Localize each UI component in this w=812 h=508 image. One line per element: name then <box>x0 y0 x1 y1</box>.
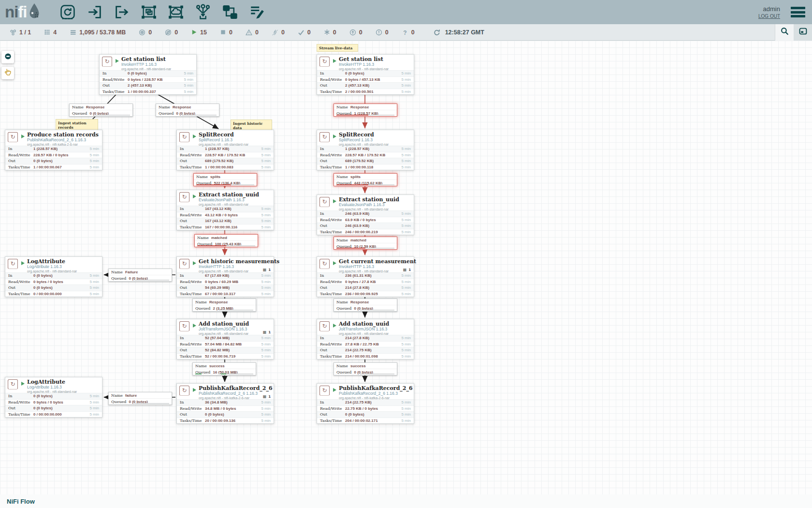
connection-name-value: success <box>350 364 366 368</box>
stat-value: 0 bytes / 60.29 MB <box>205 280 261 284</box>
stat-value: 228.57 KB / 0 bytes <box>33 153 89 157</box>
stat-row: Read/Write228.57 KB / 179.52 KB5 min <box>317 152 414 158</box>
stat-value: 167 (43.12 KB) <box>205 207 261 211</box>
processor-type: InvokeHTTP 1.16.3 <box>199 265 271 269</box>
processor[interactable]: ↻PublishKafkaRecord_2_6PublishKafkaRecor… <box>317 383 414 424</box>
stat-value: 1 / 00:00:00.337 <box>128 90 184 94</box>
processor[interactable]: ↻Get station listInvokeHTTP 1.16.3org.ap… <box>99 54 197 95</box>
connection-label[interactable]: NameResponseQueued1 (228.57 KB) <box>334 104 397 117</box>
operate-hand-button[interactable] <box>1 67 14 79</box>
processor-header: ↻Extract station_uuidEvaluateJsonPath 1.… <box>317 195 414 210</box>
toolbar-process-group-icon[interactable] <box>140 3 158 21</box>
flow-canvas[interactable]: NiFi Flow Ingest station recordsIngest h… <box>0 41 812 508</box>
app-header: ni fi admin LOG OUT <box>0 0 812 24</box>
stat-window: 5 min <box>261 207 271 211</box>
processor-header: ↻Get station listInvokeHTTP 1.16.3org.ap… <box>317 55 414 70</box>
processor-stats: In214 (22.75 KB)5 minRead/Write22.75 KB … <box>317 399 414 423</box>
stat-value: 20 / 00:00:09.136 <box>205 418 261 423</box>
connection-label[interactable]: NamefailureQueued0 (0 bytes) <box>108 392 172 405</box>
connection-label[interactable]: NameResponseQueued0 (0 bytes) <box>334 299 397 312</box>
connection-label[interactable]: NamesplitsQueued522 (136.4 KB) <box>193 173 257 186</box>
stat-window: 5 min <box>261 280 271 284</box>
processor[interactable]: ↻Produce station recordsPublishKafkaReco… <box>5 130 102 170</box>
processor-type-icon: ↻ <box>179 386 189 396</box>
processor[interactable]: ↻LogAttributeLogAttribute 1.16.3org.apac… <box>5 377 102 418</box>
breadcrumb[interactable]: NiFi Flow <box>7 498 35 505</box>
stat-label: In <box>8 394 33 398</box>
processor-type: InvokeHTTP 1.16.3 <box>121 62 171 67</box>
toolbar-label-icon[interactable] <box>248 3 266 21</box>
stat-window: 5 min <box>261 213 271 217</box>
logout-link[interactable]: LOG OUT <box>758 14 780 19</box>
stat-window: 5 min <box>261 285 271 290</box>
toolbar-processor-icon[interactable] <box>59 3 76 21</box>
connection-label[interactable]: NameResponseQueued0 (0 bytes) <box>69 104 133 117</box>
processor[interactable]: ↻Extract station_uuidEvaluateJsonPath 1.… <box>176 190 274 230</box>
processor-type-icon: ↻ <box>8 379 18 389</box>
processor-stats: In246 (63.9 KB)5 minRead/Write63.9 KB / … <box>317 210 414 235</box>
processor[interactable]: ↻Add station_uuidJoltTransformJSON 1.16.… <box>176 319 274 359</box>
stat-value: 214 (27.8 KB) <box>345 285 401 290</box>
stat-row: Out0 (0 bytes)5 min <box>5 405 102 411</box>
refresh-group[interactable]: 12:58:27 GMT <box>434 29 484 36</box>
active-thread-count-badge: ▦ 1 <box>263 268 271 272</box>
birdseye-toggle-button[interactable] <box>794 24 812 41</box>
toolbar-funnel-icon[interactable] <box>194 3 212 21</box>
toolbar-output-port-icon[interactable] <box>113 3 130 21</box>
search-button[interactable] <box>775 24 794 41</box>
connection-label[interactable]: NameFailureQueued0 (0 bytes) <box>108 269 172 282</box>
toolbar-remote-process-group-icon[interactable] <box>167 3 185 21</box>
stat-window: 5 min <box>401 165 411 169</box>
status-value: 0 <box>359 29 362 36</box>
connection-label[interactable]: NamematchedQueued10 (2.59 KB) <box>334 237 397 250</box>
stat-label: Out <box>320 348 345 352</box>
connection-label[interactable]: NamesuccessQueued0 (0 bytes) <box>334 362 397 375</box>
stat-value: 167 (43.12 KB) <box>205 219 261 223</box>
processor-name: Get historic measurements <box>199 259 271 264</box>
connection-queued-row: Queued10 (2.59 KB) <box>334 243 397 249</box>
stat-value: 0 bytes / 457.13 KB <box>345 77 401 82</box>
refresh-icon[interactable] <box>434 29 440 36</box>
connection-label[interactable]: NameResponseQueued2 (3.25 MB) <box>192 299 256 312</box>
processor-stats: In167 (43.12 KB)5 minRead/Write43.12 KB … <box>177 206 274 230</box>
status-disabled-components: 0 <box>272 29 285 36</box>
birdseye-icon <box>799 27 807 37</box>
stat-value: 0 bytes / 0 bytes <box>33 280 89 284</box>
toolbar-input-port-icon[interactable] <box>86 3 103 21</box>
navigate-palette-button[interactable] <box>1 51 14 63</box>
queue-percent-track <box>195 310 253 311</box>
processor[interactable]: ↻Get station listInvokeHTTP 1.16.3org.ap… <box>317 54 414 95</box>
processor[interactable]: ↻PublishKafkaRecord_2_6PublishKafkaRecor… <box>176 383 274 424</box>
stat-window: 5 min <box>401 218 411 222</box>
processor[interactable]: ↻Get current measurementInvokeHTTP 1.16.… <box>317 256 414 297</box>
stat-label: Out <box>180 412 205 417</box>
stat-window: 5 min <box>89 400 99 404</box>
stat-row: Tasks/Time0 / 00:00:00.0005 min <box>5 411 102 418</box>
processor[interactable]: ↻LogAttributeLogAttribute 1.16.3org.apac… <box>5 256 102 297</box>
processor[interactable]: ↻Get historic measurementsInvokeHTTP 1.1… <box>176 256 274 297</box>
status-value: 0 <box>174 29 178 36</box>
global-menu-button[interactable] <box>791 7 805 17</box>
grid-icon <box>44 29 50 35</box>
processor[interactable]: ↻SplitRecordSplitRecord 1.16.3org.apache… <box>317 130 414 170</box>
toolbar-template-icon[interactable] <box>221 3 239 21</box>
processor[interactable]: ↻Extract station_uuidEvaluateJsonPath 1.… <box>317 194 414 235</box>
stat-row: Tasks/Time20 / 00:00:09.1365 min <box>177 418 274 424</box>
processor-name: LogAttribute <box>27 259 77 264</box>
connection-label[interactable]: NamematchedQueued100 (25.43 KB) <box>194 234 258 247</box>
stat-label: Out <box>320 224 345 228</box>
processor[interactable]: ↻Add station_uuidJoltTransformJSON 1.16.… <box>317 319 414 359</box>
connection-name-key: Name <box>195 300 207 304</box>
running-status-icon <box>193 194 196 198</box>
connection-label[interactable]: NamesuccessQueued16 (50.03 MB) <box>192 362 256 375</box>
connection-label[interactable]: NameResponseQueued0 (0 bytes) <box>156 104 219 117</box>
stat-label: In <box>180 207 205 211</box>
stat-label: Read/Write <box>320 280 345 284</box>
processor[interactable]: ↻SplitRecordSplitRecord 1.16.3org.apache… <box>176 130 274 170</box>
stat-value: 246 (63.9 KB) <box>345 211 401 216</box>
stat-value: 0 (0 bytes) <box>345 71 401 75</box>
connection-name-row: NameResponse <box>334 104 397 110</box>
stat-value: 67 (17.69 KB) <box>205 273 261 278</box>
connection-label[interactable]: NamesplitsQueued443 (115.62 KB) <box>334 173 397 186</box>
canvas-label[interactable]: Stream live-data <box>317 44 358 52</box>
